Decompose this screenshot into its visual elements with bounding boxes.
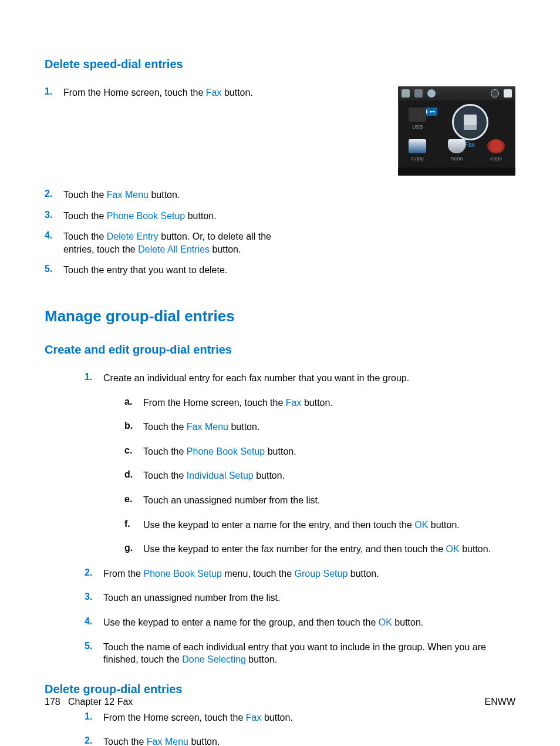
home-screen-screenshot: ⊷ Fax USB Copy Scan Apps <box>398 86 515 176</box>
text: button. <box>254 471 285 480</box>
step-body: Touch the Phone Book Setup button. <box>143 445 296 458</box>
link-delete-all-entries[interactable]: Delete All Entries <box>138 244 210 254</box>
link-ok[interactable]: OK <box>414 520 428 530</box>
copy-icon <box>409 139 426 153</box>
step-body: From the Home screen, touch the Fax butt… <box>143 396 333 409</box>
text: Touch the <box>143 422 187 432</box>
step-body: Touch an unassigned number from the list… <box>143 494 321 507</box>
info-icon <box>491 89 499 98</box>
text: Touch the <box>143 446 187 456</box>
link-fax-menu[interactable]: Fax Menu <box>107 190 149 200</box>
footer-left: 178 Chapter 12 Fax <box>45 697 133 707</box>
doc-icon <box>402 89 410 98</box>
sub-step-row: a. From the Home screen, touch the Fax b… <box>124 396 515 409</box>
text: Touch an unassigned number from the list… <box>103 593 281 603</box>
link-group-setup[interactable]: Group Setup <box>295 569 348 579</box>
cell-label: Apps <box>490 156 502 162</box>
step-letter: f. <box>124 519 143 529</box>
step-number: 4. <box>45 230 63 241</box>
text: button. <box>301 398 332 408</box>
step-body: Touch the Fax Menu button. <box>63 189 180 201</box>
link-fax[interactable]: Fax <box>286 398 302 408</box>
link-phone-book-setup[interactable]: Phone Book Setup <box>143 569 221 579</box>
link-phone-book-setup[interactable]: Phone Book Setup <box>107 211 185 221</box>
step-row: 1. From the Home screen, touch the Fax b… <box>85 711 515 724</box>
step-letter: a. <box>124 396 143 407</box>
step-body: From the Phone Book Setup menu, touch th… <box>103 567 379 580</box>
page-number: 178 <box>45 697 60 707</box>
cell-label: Scan <box>451 156 463 162</box>
step-number: 4. <box>85 616 103 627</box>
step-row: 3. Touch an unassigned number from the l… <box>85 592 515 604</box>
usb-icon <box>409 107 426 122</box>
step-body: Create an individual entry for each fax … <box>103 372 409 385</box>
link-fax-menu[interactable]: Fax Menu <box>187 422 228 432</box>
step-number: 5. <box>45 264 63 274</box>
chapter-label: Chapter 12 Fax <box>68 697 133 707</box>
step-number: 5. <box>85 641 103 651</box>
step-body: Touch the Phone Book Setup button. <box>63 210 217 223</box>
link-delete-entry[interactable]: Delete Entry <box>107 231 158 241</box>
grid-icon <box>504 89 512 98</box>
link-done-selecting[interactable]: Done Selecting <box>182 654 246 664</box>
cell-label: USB <box>412 124 423 130</box>
step-body: Touch an unassigned number from the list… <box>103 592 281 604</box>
text: button. <box>392 617 423 627</box>
step-number: 2. <box>45 189 63 199</box>
link-fax[interactable]: Fax <box>206 88 222 98</box>
step-number: 2. <box>85 735 103 746</box>
step-row: 4. Touch the Delete Entry button. Or, to… <box>45 230 515 256</box>
text: From the <box>103 569 143 579</box>
gear-icon <box>414 89 423 98</box>
step-number: 1. <box>85 711 103 722</box>
footer-right: ENWW <box>485 697 515 707</box>
text: button. <box>221 88 252 98</box>
link-ok[interactable]: OK <box>446 544 460 554</box>
text: button. <box>348 569 379 579</box>
step-letter: g. <box>124 543 143 553</box>
heading-delete-speed-dial: Delete speed-dial entries <box>45 58 515 71</box>
step-letter: d. <box>124 469 143 480</box>
text: Touch the <box>143 471 187 480</box>
text: button. <box>188 737 220 746</box>
sub-step-row: g. Use the keypad to enter the fax numbe… <box>124 543 515 556</box>
step-number: 1. <box>85 372 103 382</box>
step-row: 2. Touch the Fax Menu button. <box>85 735 515 746</box>
text: button. <box>246 654 277 664</box>
step-body: Use the keypad to enter the fax number f… <box>143 543 491 556</box>
step-body: Touch the entry that you want to delete. <box>63 264 227 277</box>
link-ok[interactable]: OK <box>379 617 392 627</box>
step-body: Touch the Delete Entry button. Or, to de… <box>63 230 275 256</box>
text: Touch an unassigned number from the list… <box>143 495 321 505</box>
sub-step-row: d. Touch the Individual Setup button. <box>124 469 515 482</box>
sub-step-row: f. Use the keypad to enter a name for th… <box>124 519 515 532</box>
link-phone-book-setup[interactable]: Phone Book Setup <box>187 446 265 456</box>
step-letter: c. <box>124 445 143 456</box>
step-body: Touch the name of each individual entry … <box>103 641 515 666</box>
sub-step-row: b. Touch the Fax Menu button. <box>124 421 515 434</box>
text: Use the keypad to enter a name for the g… <box>103 617 379 627</box>
step-number: 3. <box>85 592 103 602</box>
step-row: 2. From the Phone Book Setup menu, touch… <box>85 567 515 580</box>
text: menu, touch the <box>222 569 295 579</box>
step-letter: b. <box>124 421 143 431</box>
text: Touch the <box>63 211 107 221</box>
text: button. <box>265 446 296 456</box>
text: From the Home screen, touch the <box>143 398 286 408</box>
step-row: 3. Touch the Phone Book Setup button. <box>45 210 515 223</box>
text: button. <box>149 190 180 200</box>
text: button. <box>228 422 259 432</box>
link-fax-menu[interactable]: Fax Menu <box>147 737 188 746</box>
step-body: From the Home screen, touch the Fax butt… <box>103 711 293 724</box>
step-body: Use the keypad to enter a name for the g… <box>103 616 423 629</box>
step-body: Touch the Fax Menu button. <box>103 735 220 746</box>
text: Touch the <box>103 737 147 746</box>
step-body: From the Home screen, touch the Fax butt… <box>63 86 253 99</box>
link-individual-setup[interactable]: Individual Setup <box>187 471 254 480</box>
sub-step-row: c. Touch the Phone Book Setup button. <box>124 445 515 458</box>
text: button. <box>261 713 292 723</box>
step-body: Use the keypad to enter a name for the e… <box>143 519 460 532</box>
text: button. <box>210 244 241 254</box>
link-fax[interactable]: Fax <box>246 713 262 723</box>
text: Use the keypad to enter a name for the e… <box>143 520 414 530</box>
